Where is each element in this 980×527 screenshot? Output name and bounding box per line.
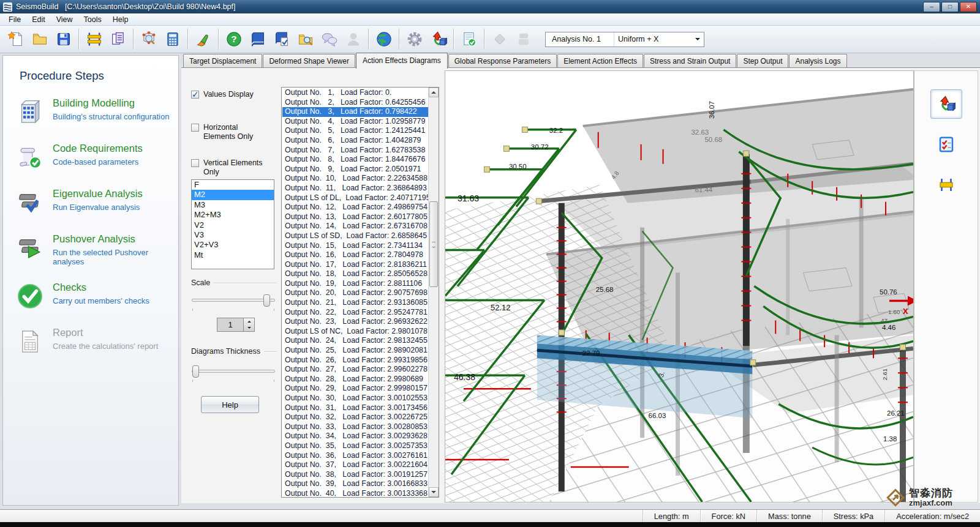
diagram-type-option-m2[interactable]: M2: [192, 190, 274, 200]
output-row[interactable]: Output No. 20, Load Factor: 2.90757698: [282, 288, 428, 298]
toolbar-user-manual-button[interactable]: [246, 28, 270, 51]
output-row[interactable]: Output No. 4, Load Factor: 1.02958779: [282, 117, 428, 127]
scale-spinner[interactable]: 1: [217, 318, 255, 332]
sidebar-step-code-requirements[interactable]: Code RequirementsCode-based parameters: [17, 143, 175, 173]
output-row[interactable]: Output No. 35, Load Factor: 3.00257353: [282, 441, 428, 451]
output-row[interactable]: Output No. 17, Load Factor: 2.81836211: [282, 260, 428, 270]
output-row[interactable]: Output No. 24, Load Factor: 2.98132455: [282, 336, 428, 346]
tab-stress-and-strain-output[interactable]: Stress and Strain Output: [644, 54, 736, 68]
close-button[interactable]: ✕: [960, 2, 977, 12]
tab-analysis-logs[interactable]: Analysis Logs: [789, 54, 846, 68]
output-row[interactable]: Output No. 31, Load Factor: 3.00173456: [282, 403, 428, 413]
toolbar-help-button[interactable]: ?: [222, 28, 246, 51]
sidebar-step-eigenvalue-analysis[interactable]: Eigenvalue AnalysisRun Eigenvalue analys…: [17, 188, 175, 218]
menu-edit[interactable]: Edit: [26, 14, 51, 25]
thickness-slider[interactable]: [191, 365, 276, 379]
diagram-type-option-f[interactable]: F: [192, 180, 274, 190]
output-row[interactable]: Output No. 27, Load Factor: 2.99602278: [282, 365, 428, 375]
diagram-type-option-mt[interactable]: Mt: [192, 250, 274, 260]
toolbar-report-preview-button[interactable]: [106, 28, 130, 51]
menu-help[interactable]: Help: [107, 14, 134, 25]
output-row[interactable]: Output No. 40, Load Factor: 3.00133368: [282, 489, 428, 496]
toolbar-user-forum-button[interactable]: [317, 28, 341, 51]
output-row[interactable]: Output No. 7, Load Factor: 1.62783538: [282, 146, 428, 155]
output-row[interactable]: Output No. 8, Load Factor: 1.84476676: [282, 155, 428, 165]
output-row[interactable]: Output No. 21, Load Factor: 2.93136085: [282, 298, 428, 308]
checkbox-icon[interactable]: [191, 159, 199, 167]
minimize-button[interactable]: –: [923, 2, 940, 12]
checkbox-icon[interactable]: [191, 91, 199, 99]
output-row[interactable]: Output No. 16, Load Factor: 2.7804978: [282, 250, 428, 260]
diagram-type-option-m2-m3[interactable]: M2+M3: [192, 210, 274, 220]
toolbar-display-options-button[interactable]: [191, 28, 215, 51]
toolbar-3d-model-viewer-button[interactable]: [137, 28, 160, 51]
output-row[interactable]: Output No. 39, Load Factor: 3.00166833: [282, 479, 428, 489]
output-row[interactable]: Output No. 13, Load Factor: 2.60177805: [282, 212, 428, 222]
sidebar-step-building-modelling[interactable]: Building ModellingBuilding's structural …: [17, 97, 175, 127]
output-row[interactable]: Output No. 38, Load Factor: 3.00191257: [282, 470, 428, 480]
spinner-down-icon[interactable]: [244, 325, 254, 332]
vertical-elements-checkbox[interactable]: Vertical Elements Only: [191, 159, 280, 177]
sidebar-step-report[interactable]: ReportCreate the calculations' report: [17, 327, 175, 357]
scale-slider[interactable]: [191, 294, 276, 308]
output-row[interactable]: Output LS of NC, Load Factor: 2.9801078: [282, 327, 428, 337]
scroll-up-icon[interactable]: [429, 88, 439, 97]
output-row[interactable]: Output No. 6, Load Factor: 1.4042879: [282, 136, 428, 146]
output-row[interactable]: Output No. 5, Load Factor: 1.24125441: [282, 126, 428, 136]
analysis-selector[interactable]: Analysis No. 1 Uniform + X: [545, 32, 704, 47]
output-list-scrollbar[interactable]: [428, 88, 439, 497]
output-row[interactable]: Output No. 33, Load Factor: 3.00280853: [282, 422, 428, 432]
member-section-view-button[interactable]: [930, 170, 962, 200]
slider-thumb[interactable]: [263, 294, 270, 307]
diagram-type-option-m3[interactable]: M3: [192, 200, 274, 210]
output-row[interactable]: Output No. 3, Load Factor: 0.798422: [282, 107, 428, 117]
output-row[interactable]: Output No. 10, Load Factor: 2.22634588: [282, 174, 428, 184]
diagram-type-option-v3[interactable]: V3: [192, 230, 274, 240]
output-row[interactable]: Output No. 2, Load Factor: 0.64255456: [282, 98, 428, 108]
output-row[interactable]: Output No. 11, Load Factor: 2.36864893: [282, 184, 428, 193]
output-row[interactable]: Output No. 28, Load Factor: 2.9980689: [282, 375, 428, 384]
scroll-thumb[interactable]: [429, 201, 438, 287]
output-row[interactable]: Output No. 18, Load Factor: 2.85056528: [282, 269, 428, 279]
toolbar-building-modeller-button[interactable]: [82, 28, 106, 51]
toolbar-run-processor-button[interactable]: [160, 28, 184, 51]
tab-step-output[interactable]: Step Output: [737, 54, 788, 68]
output-row[interactable]: Output LS of DL, Load Factor: 2.40717195: [282, 193, 428, 203]
output-row[interactable]: Output No. 32, Load Factor: 3.00226725: [282, 413, 428, 422]
tab-action-effects-diagrams[interactable]: Action Effects Diagrams: [356, 53, 448, 69]
scroll-down-icon[interactable]: [429, 487, 439, 497]
output-row[interactable]: Output No. 15, Load Factor: 2.7341134: [282, 241, 428, 251]
output-row[interactable]: Output No. 23, Load Factor: 2.96932622: [282, 317, 428, 327]
slider-track[interactable]: [192, 370, 275, 373]
output-row[interactable]: Output No. 30, Load Factor: 3.00102553: [282, 394, 428, 403]
action-effects-view-button[interactable]: [930, 89, 962, 119]
checkbox-icon[interactable]: [191, 124, 199, 132]
toolbar-project-settings-button[interactable]: [402, 28, 426, 51]
checks-view-button[interactable]: [930, 130, 962, 159]
slider-track[interactable]: [192, 299, 275, 302]
menu-tools[interactable]: Tools: [78, 14, 107, 25]
tab-target-displacement[interactable]: Target Displacement: [183, 54, 262, 68]
tab-deformed-shape-viewer[interactable]: Deformed Shape Viewer: [263, 54, 355, 68]
toolbar-save-project-button[interactable]: [51, 28, 75, 51]
toolbar-analysis-log-button[interactable]: [457, 28, 481, 51]
help-button[interactable]: Help: [201, 396, 259, 413]
diagram-type-listbox[interactable]: FM2M3M2+M3V2V3V2+V3Mt: [191, 179, 274, 269]
output-row[interactable]: Output No. 1, Load Factor: 0.: [282, 88, 428, 98]
values-display-checkbox[interactable]: Values Display: [191, 90, 254, 99]
output-row[interactable]: Output No. 26, Load Factor: 2.99319856: [282, 356, 428, 365]
menu-file[interactable]: File: [3, 14, 26, 25]
horizontal-elements-checkbox[interactable]: Horizontal Elements Only: [191, 123, 271, 141]
slider-thumb[interactable]: [192, 365, 199, 378]
sidebar-step-checks[interactable]: ChecksCarry out members' checks: [17, 282, 175, 312]
diagram-type-option-v2[interactable]: V2: [192, 220, 274, 230]
tab-element-action-effects[interactable]: Element Action Effects: [557, 54, 643, 68]
3d-diagram-viewport[interactable]: 36.0732.230.7230.5031.6332.6350.6861.442…: [445, 70, 914, 503]
toolbar-new-project-button[interactable]: [4, 28, 28, 51]
toolbar-deformed-shape-button[interactable]: [426, 28, 450, 51]
toolbar-seismosoft-website-button[interactable]: [372, 28, 396, 51]
toolbar-verification-report-button[interactable]: [270, 28, 293, 51]
3d-scene[interactable]: 36.0732.230.7230.5031.6332.6350.6861.442…: [445, 71, 913, 502]
output-row[interactable]: Output LS of SD, Load Factor: 2.6858645: [282, 231, 428, 241]
toolbar-example-files-button[interactable]: [293, 28, 317, 51]
